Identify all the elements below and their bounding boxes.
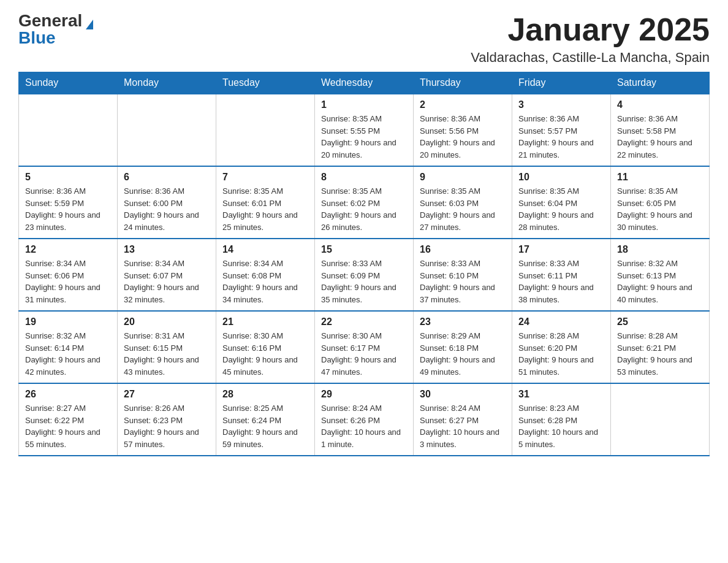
calendar-cell: 6Sunrise: 8:36 AMSunset: 6:00 PMDaylight… <box>118 166 216 239</box>
day-info: Sunrise: 8:25 AMSunset: 6:24 PMDaylight:… <box>222 402 308 450</box>
calendar-subtitle: Valdarachas, Castille-La Mancha, Spain <box>471 50 710 66</box>
calendar-cell: 31Sunrise: 8:23 AMSunset: 6:28 PMDayligh… <box>512 383 611 456</box>
calendar-week-row: 12Sunrise: 8:34 AMSunset: 6:06 PMDayligh… <box>19 239 710 311</box>
day-info: Sunrise: 8:33 AMSunset: 6:09 PMDaylight:… <box>321 258 407 305</box>
calendar-cell: 17Sunrise: 8:33 AMSunset: 6:11 PMDayligh… <box>512 239 611 311</box>
calendar-cell: 8Sunrise: 8:35 AMSunset: 6:02 PMDaylight… <box>315 166 414 239</box>
calendar-cell <box>118 94 216 166</box>
weekday-header-friday: Friday <box>512 72 611 94</box>
day-number: 16 <box>420 244 506 255</box>
day-info: Sunrise: 8:32 AMSunset: 6:13 PMDaylight:… <box>617 258 703 305</box>
day-info: Sunrise: 8:33 AMSunset: 6:10 PMDaylight:… <box>420 258 506 305</box>
weekday-header-sunday: Sunday <box>19 72 118 94</box>
day-info: Sunrise: 8:24 AMSunset: 6:26 PMDaylight:… <box>321 402 407 450</box>
day-number: 19 <box>25 316 111 327</box>
calendar-cell <box>19 94 118 166</box>
weekday-header-saturday: Saturday <box>611 72 710 94</box>
day-info: Sunrise: 8:32 AMSunset: 6:14 PMDaylight:… <box>25 330 111 378</box>
day-number: 17 <box>518 244 604 255</box>
day-number: 12 <box>25 244 111 255</box>
calendar-cell: 13Sunrise: 8:34 AMSunset: 6:07 PMDayligh… <box>118 239 216 311</box>
day-number: 18 <box>617 244 703 255</box>
day-number: 14 <box>222 244 308 255</box>
calendar-cell: 16Sunrise: 8:33 AMSunset: 6:10 PMDayligh… <box>414 239 512 311</box>
day-info: Sunrise: 8:36 AMSunset: 5:58 PMDaylight:… <box>617 113 703 161</box>
calendar-cell: 30Sunrise: 8:24 AMSunset: 6:27 PMDayligh… <box>414 383 512 456</box>
calendar-cell: 24Sunrise: 8:28 AMSunset: 6:20 PMDayligh… <box>512 311 611 383</box>
calendar-cell: 2Sunrise: 8:36 AMSunset: 5:56 PMDaylight… <box>414 94 512 166</box>
calendar-cell: 21Sunrise: 8:30 AMSunset: 6:16 PMDayligh… <box>216 311 315 383</box>
calendar-cell: 14Sunrise: 8:34 AMSunset: 6:08 PMDayligh… <box>216 239 315 311</box>
calendar-week-row: 26Sunrise: 8:27 AMSunset: 6:22 PMDayligh… <box>19 383 710 456</box>
day-info: Sunrise: 8:34 AMSunset: 6:07 PMDaylight:… <box>124 258 210 305</box>
calendar-cell: 1Sunrise: 8:35 AMSunset: 5:55 PMDaylight… <box>315 94 414 166</box>
day-number: 11 <box>617 172 703 183</box>
day-number: 10 <box>518 172 604 183</box>
calendar-cell: 9Sunrise: 8:35 AMSunset: 6:03 PMDaylight… <box>414 166 512 239</box>
calendar-title: January 2025 <box>471 12 710 47</box>
calendar-cell: 20Sunrise: 8:31 AMSunset: 6:15 PMDayligh… <box>118 311 216 383</box>
weekday-header-thursday: Thursday <box>414 72 512 94</box>
day-number: 26 <box>25 389 111 400</box>
logo-general-text: General <box>18 12 82 29</box>
weekday-header-monday: Monday <box>118 72 216 94</box>
day-info: Sunrise: 8:28 AMSunset: 6:21 PMDaylight:… <box>617 330 703 378</box>
calendar-cell: 11Sunrise: 8:35 AMSunset: 6:05 PMDayligh… <box>611 166 710 239</box>
calendar-header-row: SundayMondayTuesdayWednesdayThursdayFrid… <box>19 72 710 94</box>
day-info: Sunrise: 8:35 AMSunset: 5:55 PMDaylight:… <box>321 113 407 161</box>
calendar-week-row: 5Sunrise: 8:36 AMSunset: 5:59 PMDaylight… <box>19 166 710 239</box>
day-number: 27 <box>124 389 210 400</box>
day-info: Sunrise: 8:24 AMSunset: 6:27 PMDaylight:… <box>420 402 506 450</box>
day-number: 13 <box>124 244 210 255</box>
logo-blue-text: Blue <box>18 29 93 47</box>
day-info: Sunrise: 8:23 AMSunset: 6:28 PMDaylight:… <box>518 402 604 450</box>
weekday-header-wednesday: Wednesday <box>315 72 414 94</box>
header: General Blue January 2025 Valdarachas, C… <box>18 12 710 66</box>
calendar-table: SundayMondayTuesdayWednesdayThursdayFrid… <box>18 72 710 456</box>
calendar-cell: 23Sunrise: 8:29 AMSunset: 6:18 PMDayligh… <box>414 311 512 383</box>
day-info: Sunrise: 8:36 AMSunset: 5:56 PMDaylight:… <box>420 113 506 161</box>
day-number: 23 <box>420 316 506 327</box>
title-area: January 2025 Valdarachas, Castille-La Ma… <box>471 12 710 66</box>
day-info: Sunrise: 8:31 AMSunset: 6:15 PMDaylight:… <box>124 330 210 378</box>
logo: General Blue <box>18 12 93 47</box>
day-number: 24 <box>518 316 604 327</box>
day-number: 15 <box>321 244 407 255</box>
calendar-cell: 26Sunrise: 8:27 AMSunset: 6:22 PMDayligh… <box>19 383 118 456</box>
day-number: 29 <box>321 389 407 400</box>
calendar-cell: 10Sunrise: 8:35 AMSunset: 6:04 PMDayligh… <box>512 166 611 239</box>
calendar-week-row: 19Sunrise: 8:32 AMSunset: 6:14 PMDayligh… <box>19 311 710 383</box>
day-info: Sunrise: 8:36 AMSunset: 6:00 PMDaylight:… <box>124 185 210 233</box>
day-number: 3 <box>518 99 604 110</box>
day-info: Sunrise: 8:34 AMSunset: 6:06 PMDaylight:… <box>25 258 111 305</box>
day-info: Sunrise: 8:35 AMSunset: 6:01 PMDaylight:… <box>222 185 308 233</box>
calendar-cell <box>611 383 710 456</box>
calendar-cell: 28Sunrise: 8:25 AMSunset: 6:24 PMDayligh… <box>216 383 315 456</box>
calendar-cell: 19Sunrise: 8:32 AMSunset: 6:14 PMDayligh… <box>19 311 118 383</box>
day-info: Sunrise: 8:35 AMSunset: 6:02 PMDaylight:… <box>321 185 407 233</box>
day-info: Sunrise: 8:28 AMSunset: 6:20 PMDaylight:… <box>518 330 604 378</box>
calendar-cell: 12Sunrise: 8:34 AMSunset: 6:06 PMDayligh… <box>19 239 118 311</box>
day-number: 28 <box>222 389 308 400</box>
day-number: 2 <box>420 99 506 110</box>
calendar-cell <box>216 94 315 166</box>
calendar-cell: 15Sunrise: 8:33 AMSunset: 6:09 PMDayligh… <box>315 239 414 311</box>
day-number: 22 <box>321 316 407 327</box>
day-info: Sunrise: 8:33 AMSunset: 6:11 PMDaylight:… <box>518 258 604 305</box>
day-number: 30 <box>420 389 506 400</box>
day-number: 6 <box>124 172 210 183</box>
day-info: Sunrise: 8:30 AMSunset: 6:17 PMDaylight:… <box>321 330 407 378</box>
calendar-cell: 22Sunrise: 8:30 AMSunset: 6:17 PMDayligh… <box>315 311 414 383</box>
day-number: 25 <box>617 316 703 327</box>
day-number: 8 <box>321 172 407 183</box>
day-info: Sunrise: 8:26 AMSunset: 6:23 PMDaylight:… <box>124 402 210 450</box>
day-info: Sunrise: 8:29 AMSunset: 6:18 PMDaylight:… <box>420 330 506 378</box>
day-info: Sunrise: 8:36 AMSunset: 5:59 PMDaylight:… <box>25 185 111 233</box>
calendar-cell: 5Sunrise: 8:36 AMSunset: 5:59 PMDaylight… <box>19 166 118 239</box>
day-info: Sunrise: 8:27 AMSunset: 6:22 PMDaylight:… <box>25 402 111 450</box>
day-info: Sunrise: 8:30 AMSunset: 6:16 PMDaylight:… <box>222 330 308 378</box>
day-info: Sunrise: 8:35 AMSunset: 6:03 PMDaylight:… <box>420 185 506 233</box>
calendar-cell: 27Sunrise: 8:26 AMSunset: 6:23 PMDayligh… <box>118 383 216 456</box>
day-number: 21 <box>222 316 308 327</box>
day-info: Sunrise: 8:34 AMSunset: 6:08 PMDaylight:… <box>222 258 308 305</box>
